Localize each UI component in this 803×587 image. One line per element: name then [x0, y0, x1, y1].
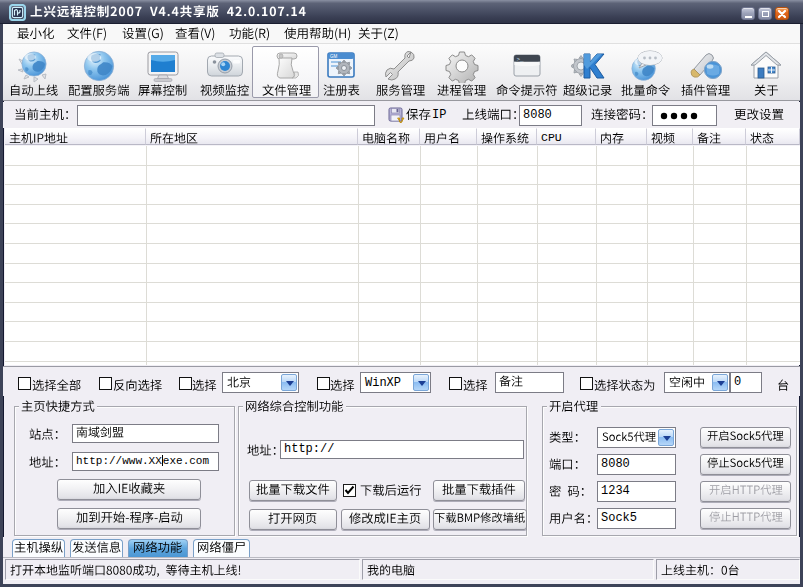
- svg-text:GM: GM: [330, 54, 338, 59]
- svg-text:>_: >_: [517, 56, 525, 63]
